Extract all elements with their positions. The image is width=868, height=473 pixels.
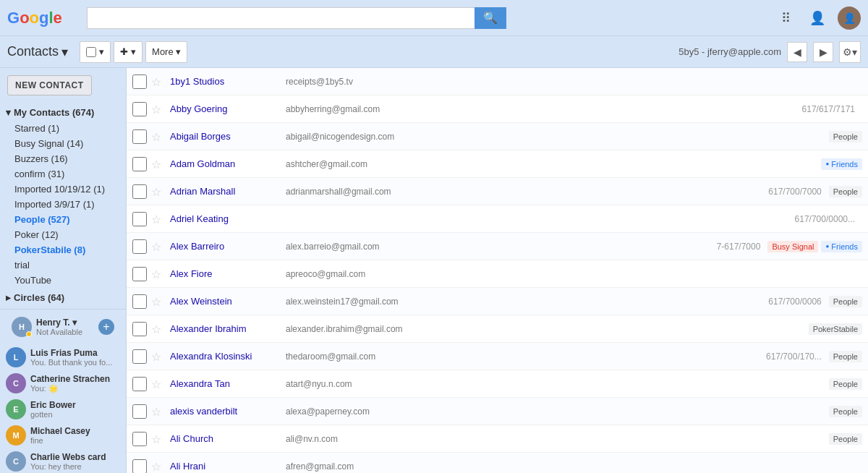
table-row[interactable]: ☆Ali Churchali@nv.n.comPeople <box>127 425 868 453</box>
next-page-button[interactable]: ▶ <box>813 42 833 62</box>
sidebar-item-pokerstabile[interactable]: PokerStabile (8) <box>0 242 126 257</box>
star-icon[interactable]: ☆ <box>151 295 164 308</box>
chat-avatar-4: M <box>6 425 26 446</box>
sidebar-item-buzzers[interactable]: Buzzers (16) <box>0 151 126 166</box>
table-row[interactable]: ☆alexis vanderbiltalexa@paperney.comPeop… <box>127 398 868 425</box>
contact-phone: 617/700/170... <box>749 351 829 362</box>
sidebar-item-imported-2[interactable]: Imported 3/9/17 (1) <box>0 197 126 212</box>
contact-checkbox[interactable] <box>132 459 147 474</box>
new-contact-button[interactable]: NEW CONTACT <box>7 75 92 95</box>
settings-button[interactable]: ⚙ ▾ <box>839 41 861 63</box>
contact-tag: People <box>829 186 862 197</box>
star-icon[interactable]: ☆ <box>151 158 164 171</box>
contact-email: alexander.ibrahim@gmail.com <box>286 324 809 334</box>
contact-tags: PokerStabile <box>809 323 862 335</box>
sidebar: NEW CONTACT ▾ My Contacts (674) Starred … <box>0 68 127 473</box>
sidebar-item-people[interactable]: People (527) <box>0 212 126 227</box>
table-row[interactable]: ☆1by1 Studiosreceipts@1by5.tv <box>127 68 868 95</box>
contact-checkbox[interactable] <box>132 294 147 309</box>
contact-checkbox[interactable] <box>132 184 147 199</box>
search-button[interactable]: 🔍 <box>475 7 506 29</box>
chat-name-2: Catherine Strachen <box>30 374 110 384</box>
select-all-checkbox[interactable] <box>86 47 96 57</box>
chat-header: H Henry T. ▾ Not Available + <box>0 310 126 344</box>
sidebar-item-imported-1[interactable]: Imported 10/19/12 (1) <box>0 182 126 197</box>
table-row[interactable]: ☆Alexander Ibrahimalexander.ibrahim@gmai… <box>127 315 868 343</box>
star-icon[interactable]: ☆ <box>151 103 164 116</box>
chat-contact-3[interactable]: E Eric Bower gotten <box>0 396 126 422</box>
contact-checkbox[interactable] <box>132 432 147 446</box>
star-icon[interactable]: ☆ <box>151 323 164 336</box>
my-contacts-section[interactable]: ▾ My Contacts (674) <box>0 103 126 121</box>
table-row[interactable]: ☆Ali Hraniafren@gmail.com <box>127 453 868 473</box>
contact-checkbox[interactable] <box>132 377 147 391</box>
table-row[interactable]: ☆Alex Weinsteinalex.weinstein17@gmail.co… <box>127 288 868 315</box>
star-icon[interactable]: ☆ <box>151 268 164 281</box>
star-icon[interactable]: ☆ <box>151 460 164 473</box>
select-all-button[interactable]: ▾ <box>80 41 111 63</box>
contact-checkbox[interactable] <box>132 102 147 116</box>
star-icon[interactable]: ☆ <box>151 185 164 198</box>
contact-tag: Busy Signal <box>767 241 818 252</box>
contact-email: receipts@1by5.tv <box>286 77 862 87</box>
contact-checkbox[interactable] <box>132 74 147 89</box>
sidebar-item-trial[interactable]: trial <box>0 257 126 273</box>
contact-tags: People <box>829 296 862 307</box>
star-icon[interactable]: ☆ <box>151 350 164 363</box>
star-icon[interactable]: ☆ <box>151 75 164 88</box>
apps-icon[interactable]: ⠿ <box>774 7 797 30</box>
contact-phone: 617/617/7171 <box>783 104 862 114</box>
chat-contact-5[interactable]: C Charlie Webs card You: hey there <box>0 448 126 473</box>
table-row[interactable]: ☆Alex Barreiroalex.barreio@gmail.com7-61… <box>127 233 868 260</box>
contact-checkbox[interactable] <box>132 129 147 144</box>
contact-checkbox[interactable] <box>132 157 147 171</box>
star-icon[interactable]: ☆ <box>151 213 164 226</box>
star-icon[interactable]: ☆ <box>151 240 164 253</box>
star-icon[interactable]: ☆ <box>151 432 164 446</box>
current-user-name: Henry T. ▾ <box>36 318 82 328</box>
chat-contact-4[interactable]: M Michael Casey fine <box>0 422 126 448</box>
table-row[interactable]: ☆Adam Goldmanashtcher@gmail.comFriends <box>127 150 868 178</box>
add-chat-button[interactable]: + <box>98 319 114 335</box>
current-user-chat[interactable]: H Henry T. ▾ Not Available <box>6 314 98 340</box>
contact-name: Adrian Marshall <box>170 186 286 197</box>
chat-contact-2[interactable]: C Catherine Strachen You: 🌟 <box>0 370 126 396</box>
star-icon[interactable]: ☆ <box>151 130 164 143</box>
search-input[interactable] <box>87 7 475 29</box>
table-row[interactable]: ☆Alexandra Klosinskithedaroom@gmail.com6… <box>127 343 868 370</box>
chat-name-3: Eric Bower <box>30 400 76 410</box>
sidebar-item-youtube[interactable]: YouTube <box>0 273 126 288</box>
add-contact-button[interactable]: ✚ ▾ <box>114 41 142 63</box>
star-icon[interactable]: ☆ <box>151 378 164 391</box>
star-icon[interactable]: ☆ <box>151 405 164 418</box>
contact-checkbox[interactable] <box>132 212 147 226</box>
sidebar-item-confirm[interactable]: confirm (31) <box>0 166 126 182</box>
contact-checkbox[interactable] <box>132 404 147 419</box>
table-row[interactable]: ☆Alex Fioreapreoco@gmail.com <box>127 260 868 288</box>
chat-name-5: Charlie Webs card <box>30 452 106 462</box>
table-row[interactable]: ☆Adriel Keating617/700/0000... <box>127 205 868 233</box>
table-row[interactable]: ☆Abby Goeringabbyherring@gmail.com617/61… <box>127 95 868 123</box>
add-contact-label: ▾ <box>131 46 136 57</box>
table-row[interactable]: ☆Alexandra Tanatart@nyu.n.comPeople <box>127 370 868 398</box>
contact-name: Alex Fiore <box>170 268 286 279</box>
table-row[interactable]: ☆Adrian Marshalladrianmarshall@gmail.com… <box>127 178 868 205</box>
contact-checkbox[interactable] <box>132 349 147 364</box>
contact-checkbox[interactable] <box>132 322 147 336</box>
avatar[interactable]: 👤 <box>838 7 861 30</box>
notifications-icon[interactable]: 👤 <box>806 7 829 30</box>
contact-checkbox[interactable] <box>132 239 147 254</box>
table-row[interactable]: ☆Abigail Borgesabigail@nicogendesign.com… <box>127 123 868 150</box>
contacts-title[interactable]: Contacts ▾ <box>7 44 68 60</box>
chat-contact-1[interactable]: L Luis Frias Puma You. But thank you fo.… <box>0 344 126 370</box>
contact-checkbox[interactable] <box>132 267 147 281</box>
add-contact-icon: ✚ <box>120 46 128 57</box>
chat-preview-5: You: hey there <box>30 462 106 471</box>
sidebar-item-starred[interactable]: Starred (1) <box>0 121 126 136</box>
sidebar-item-poker[interactable]: Poker (12) <box>0 227 126 242</box>
contact-tags: People <box>829 406 862 417</box>
circles-section[interactable]: ▸ Circles (64) <box>0 288 126 306</box>
more-button[interactable]: More ▾ <box>145 41 187 63</box>
sidebar-item-busy-signal[interactable]: Busy Signal (14) <box>0 136 126 151</box>
prev-page-button[interactable]: ◀ <box>787 42 807 62</box>
